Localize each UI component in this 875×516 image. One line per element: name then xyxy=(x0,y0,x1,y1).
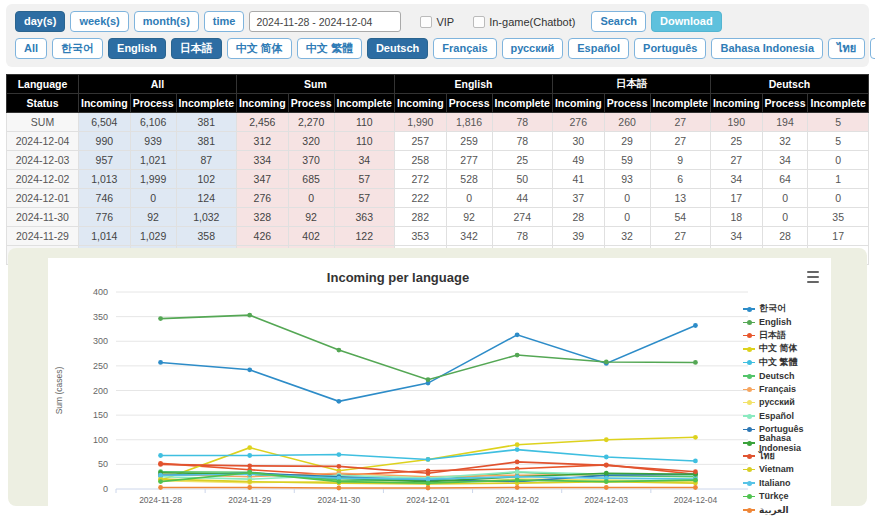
language-filter-button[interactable]: Français xyxy=(433,38,496,59)
legend-marker-icon xyxy=(743,319,755,326)
table-cell: 124 xyxy=(176,189,236,208)
legend-label: Italiano xyxy=(759,478,791,488)
data-point xyxy=(515,447,520,452)
table-cell: 34 xyxy=(762,151,808,170)
legend-item[interactable]: русский xyxy=(743,396,829,409)
data-point xyxy=(604,437,609,442)
legend-item[interactable]: 中文 繁體 xyxy=(743,356,829,369)
table-corner-status: Status xyxy=(7,94,79,113)
language-filter-button[interactable]: 中文 简体 xyxy=(227,38,292,59)
table-cell: 194 xyxy=(762,113,808,132)
legend-marker-icon xyxy=(743,386,755,393)
download-button[interactable]: Download xyxy=(651,11,722,32)
data-point xyxy=(515,332,520,337)
data-point xyxy=(247,453,252,458)
language-filter-button[interactable]: Español xyxy=(568,38,629,59)
data-point xyxy=(426,471,431,476)
language-filter-button[interactable]: Português xyxy=(634,38,706,59)
row-label: SUM xyxy=(7,113,79,132)
table-cell: 35 xyxy=(808,208,868,227)
legend-item[interactable]: Bahasa Indonesia xyxy=(743,436,829,449)
data-point xyxy=(515,485,520,490)
language-filter-button[interactable]: Deutsch xyxy=(367,38,428,59)
language-filter-button[interactable]: 한국어 xyxy=(52,38,103,59)
data-point xyxy=(604,360,609,365)
table-cell: 1,816 xyxy=(446,113,492,132)
period-button-months[interactable]: month(s) xyxy=(134,11,199,32)
table-cell: 426 xyxy=(236,227,288,246)
language-filter-button[interactable]: ไทย xyxy=(828,38,865,59)
stats-table: LanguageAllSumEnglish日本語DeutschStatusInc… xyxy=(6,74,869,265)
legend-item[interactable]: 中文 简体 xyxy=(743,342,829,355)
table-sub-header: Incomplete xyxy=(176,94,236,113)
language-filter-button[interactable]: Bahasa Indonesia xyxy=(711,38,823,59)
legend-label: English xyxy=(759,317,792,327)
vip-checkbox[interactable] xyxy=(420,16,432,28)
period-button-days[interactable]: day(s) xyxy=(15,11,65,32)
table-cell: 64 xyxy=(762,170,808,189)
data-point xyxy=(515,442,520,447)
data-point xyxy=(336,479,341,484)
y-tick-label: 200 xyxy=(93,386,108,396)
legend-item[interactable]: English xyxy=(743,315,829,328)
language-filter-button[interactable]: All xyxy=(15,38,47,59)
legend-label: Español xyxy=(759,411,794,421)
table-sub-header: Incomplete xyxy=(334,94,394,113)
data-point xyxy=(426,377,431,382)
data-point xyxy=(158,462,163,467)
language-filter-button[interactable]: 日本語 xyxy=(171,38,222,59)
search-button[interactable]: Search xyxy=(591,11,646,32)
table-cell: 32 xyxy=(762,132,808,151)
table-cell: 274 xyxy=(492,208,552,227)
table-group-header: Sum xyxy=(236,75,394,94)
legend-item[interactable]: Türkçe xyxy=(743,489,829,502)
period-button-weeks[interactable]: week(s) xyxy=(70,11,128,32)
table-cell: 2,270 xyxy=(288,113,334,132)
legend-marker-icon xyxy=(743,305,755,312)
table-cell: 44 xyxy=(492,189,552,208)
data-point xyxy=(604,463,609,468)
table-sub-header: Incoming xyxy=(79,94,131,113)
legend-label: Deutsch xyxy=(759,371,795,381)
legend-item[interactable]: Deutsch xyxy=(743,369,829,382)
legend-marker-icon xyxy=(743,466,755,473)
legend-label: 中文 简体 xyxy=(759,342,798,355)
legend-item[interactable]: 한국어 xyxy=(743,302,829,315)
table-cell: 57 xyxy=(334,189,394,208)
data-point xyxy=(247,485,252,490)
language-filter-button[interactable]: English xyxy=(108,38,166,59)
language-filter-button[interactable]: Vietnam xyxy=(870,38,875,59)
period-button-time[interactable]: time xyxy=(204,11,245,32)
table-sub-header: Process xyxy=(130,94,176,113)
legend-label: Français xyxy=(759,384,796,394)
ingame-checkbox[interactable] xyxy=(473,16,485,28)
row-label: 2024-12-02 xyxy=(7,170,79,189)
legend-item[interactable]: العربية xyxy=(743,503,829,516)
table-cell: 0 xyxy=(604,189,650,208)
legend-marker-icon xyxy=(743,359,755,366)
table-cell: 92 xyxy=(130,208,176,227)
table-cell: 57 xyxy=(334,170,394,189)
table-sub-header: Incoming xyxy=(552,94,604,113)
legend-marker-icon xyxy=(743,479,755,486)
table-cell: 358 xyxy=(176,227,236,246)
legend-item[interactable]: Français xyxy=(743,382,829,395)
table-cell: 312 xyxy=(236,132,288,151)
legend-item[interactable]: Español xyxy=(743,409,829,422)
legend-label: ไทย xyxy=(759,449,775,463)
legend-item[interactable]: Italiano xyxy=(743,476,829,489)
table-cell: 0 xyxy=(762,189,808,208)
language-filter-button[interactable]: 中文 繁體 xyxy=(297,38,362,59)
x-tick-label: 2024-12-03 xyxy=(585,495,629,505)
legend-label: 한국어 xyxy=(759,302,786,315)
table-cell: 50 xyxy=(492,170,552,189)
chart-context-menu-icon[interactable] xyxy=(805,270,821,284)
language-filter-button[interactable]: русский xyxy=(502,38,564,59)
data-point xyxy=(247,479,252,484)
legend-item[interactable]: 日本語 xyxy=(743,329,829,342)
legend-marker-icon xyxy=(743,452,755,459)
date-range-input[interactable] xyxy=(249,11,401,32)
table-cell: 259 xyxy=(446,132,492,151)
table-sub-header: Process xyxy=(446,94,492,113)
legend-item[interactable]: Vietnam xyxy=(743,463,829,476)
